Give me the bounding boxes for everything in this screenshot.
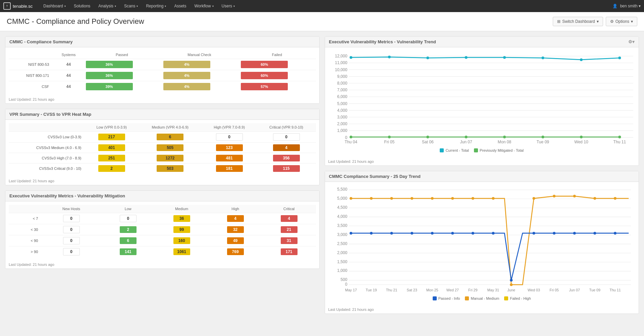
nav-assets[interactable]: Assets [170,0,190,12]
compliance-summary-title: CMMC - Compliance Summary [9,39,73,44]
cell-failed: 57% [238,81,316,92]
nav-analysis[interactable]: Analysis ▾ [94,0,120,12]
cell-new-hosts: 0 [41,235,101,246]
cell-manual: 4% [161,81,238,92]
svg-point-26 [350,56,352,59]
cell-high: 769 [209,246,262,257]
col-failed: Failed [238,51,316,59]
cell-passed: 36% [83,59,161,70]
compliance-summary-panel: CMMC - Compliance Summary Systems Passed… [5,36,320,104]
svg-text:1,000: 1,000 [337,128,347,133]
nav-solutions[interactable]: Solutions [70,0,94,12]
cell-low: 2 [101,224,155,235]
cell-high: 0 [202,132,257,143]
svg-text:Jun 07: Jun 07 [569,288,580,292]
username[interactable]: ben smith ▾ [620,4,641,8]
table-row: < 90 0 6 160 49 31 [9,235,316,246]
table-row: NIST 800-53 44 36% 4% 60% [9,59,316,70]
cell-systems: 44 [54,59,83,70]
col-critical: Critical [262,205,316,213]
svg-text:0: 0 [345,135,347,140]
svg-text:Mon 08: Mon 08 [497,140,511,144]
legend-current: Current - Total [440,148,469,152]
nav-dashboard[interactable]: Dashboard ▾ [39,0,70,12]
svg-point-76 [390,197,393,200]
cell-critical: 115 [257,163,316,174]
vuln-trend-header: Executive Vulnerability Metrics - Vulner… [325,37,639,47]
col-medium: Medium (VPR 4.0-6.9) [139,123,202,132]
table-row: < 7 0 0 36 4 4 [9,213,316,224]
nav-scans[interactable]: Scans ▾ [120,0,142,12]
nav-users[interactable]: Users ▾ [218,0,239,12]
legend-label: Failed - High [510,296,531,300]
nav-reporting[interactable]: Reporting ▾ [142,0,170,12]
svg-text:Jun 07: Jun 07 [460,140,472,144]
svg-text:Mon 25: Mon 25 [426,288,438,292]
table-row: CVSSv3 Medium (4.0 - 6.9) 401 505 123 4 [9,143,316,153]
svg-text:Sat 23: Sat 23 [407,288,417,292]
options-button[interactable]: ⚙ Options ▾ [606,17,637,26]
col-label [9,51,54,59]
cell-low: 401 [85,143,139,153]
svg-point-99 [573,232,576,234]
legend-mitigated: Previously Mitigated - Total [474,148,524,152]
compliance-trend-panel: CMMC Compliance Summary - 25 Day Trend 5… [325,171,639,314]
svg-text:6,000: 6,000 [337,94,347,99]
row-label: NIST 800-171 [9,70,54,81]
col-manual: Manual Check [161,51,238,59]
cell-new-hosts: 0 [41,213,101,224]
last-updated: Last Updated: 21 hours ago [328,159,374,163]
cell-medium: 6 [139,132,202,143]
cell-passed: 36% [83,70,161,81]
svg-point-87 [613,197,616,200]
cell-critical: 31 [262,235,316,246]
table-row: CVSSv3 Low (0-3.9) 217 6 0 0 [9,132,316,143]
svg-text:Tue 09: Tue 09 [589,288,600,292]
caret-icon: ▾ [212,5,214,8]
legend-manual: Manual - Medium [465,296,499,300]
col-critical: Critical (VPR 9.0-10) [257,123,316,132]
row-label: CSF [9,81,54,92]
cell-critical: 21 [262,224,316,235]
svg-point-97 [532,232,535,234]
nav-workflow[interactable]: Workflow ▾ [190,0,217,12]
last-updated: Last Updated: 21 hours ago [9,179,54,183]
svg-text:2,000: 2,000 [337,250,347,255]
svg-point-92 [431,232,433,234]
compliance-trend-chart-container: 5,500 5,000 4,500 4,000 3,500 3,000 2,50… [325,182,639,305]
settings-icon[interactable]: ⚙▾ [628,39,635,44]
table-row: NIST 800-171 44 36% 4% 60% [9,70,316,81]
legend-color [504,296,508,300]
svg-point-35 [388,136,390,138]
svg-point-39 [541,136,544,138]
svg-point-88 [350,232,352,234]
svg-text:2,500: 2,500 [337,241,347,246]
svg-text:9,000: 9,000 [337,74,347,79]
gear-icon: ⚙ [610,19,614,24]
cell-high: 181 [202,163,257,174]
caret-icon: ▾ [115,5,116,8]
vuln-trend-chart-container: 12,000 11,000 10,000 9,000 8,000 7,000 6… [325,47,639,157]
svg-point-90 [390,232,393,234]
legend-label: Passed - Info [438,296,460,300]
app-logo[interactable]: T tenable.sc [3,2,33,10]
right-column: Executive Vulnerability Metrics - Vulner… [325,36,639,314]
exec-vuln-header: Executive Vulnerability Metrics - Vulner… [5,191,319,201]
col-low: Low (VPR 0.0-3.9) [85,123,139,132]
svg-point-93 [451,232,454,234]
svg-point-79 [451,197,454,200]
svg-text:5,000: 5,000 [337,196,347,201]
table-row: < 30 0 2 99 32 21 [9,224,316,235]
table-row: CVSSv3 High (7.0 - 8.9) 251 1272 481 356 [9,153,316,163]
compliance-trend-chart: 5,500 5,000 4,500 4,000 3,500 3,000 2,50… [328,185,636,294]
cell-critical: 0 [257,132,316,143]
caret-icon: ▾ [137,5,138,8]
legend-label: Previously Mitigated - Total [480,148,524,152]
cell-low: 141 [101,246,155,257]
switch-dashboard-button[interactable]: ⊞ Switch Dashboard ▾ [553,17,603,26]
cell-manual: 4% [161,70,238,81]
svg-point-38 [503,136,506,138]
svg-point-81 [492,197,494,200]
col-label [9,123,85,132]
cell-low: 0 [101,213,155,224]
